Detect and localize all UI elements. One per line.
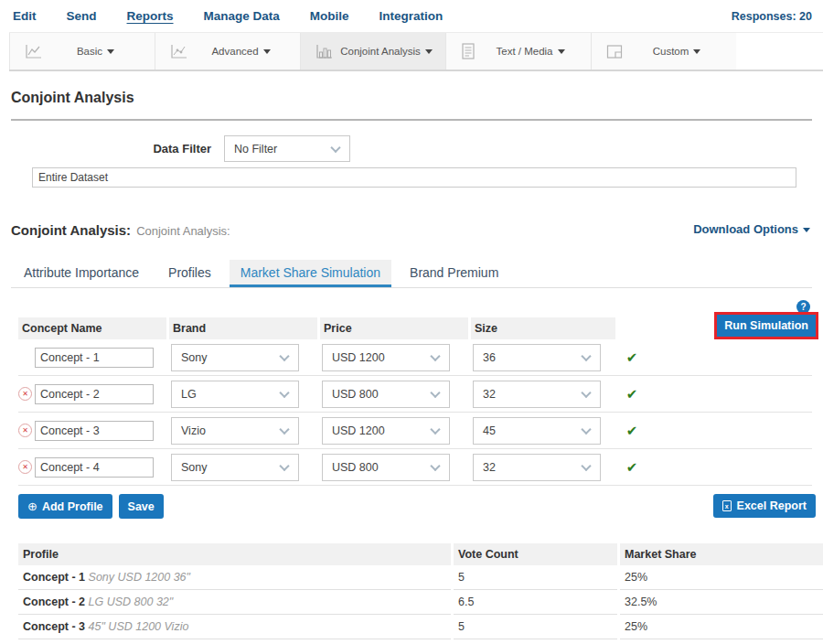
remove-concept-icon[interactable]: ✕ <box>18 460 32 474</box>
profile-name: Concept - 2 <box>23 596 85 608</box>
price-select[interactable]: USD 1200 <box>322 344 450 371</box>
tab-brand-premium[interactable]: Brand Premium <box>399 260 509 287</box>
nav-item-manage-data[interactable]: Manage Data <box>204 9 280 23</box>
chevron-down-icon <box>581 387 591 397</box>
report-tab-label: Basic <box>77 46 102 57</box>
section-subtitle: Conjoint Analysis: <box>136 224 230 238</box>
size-select[interactable]: 32 <box>473 381 601 408</box>
size-value: 32 <box>483 461 496 474</box>
brand-select[interactable]: LG <box>171 381 299 408</box>
excel-report-button[interactable]: x Excel Report <box>713 494 816 518</box>
result-vote-count: 5 <box>454 565 617 590</box>
concept-row: ✕ LG USD 800 32 ✔ <box>18 376 812 413</box>
size-select[interactable]: 32 <box>473 454 601 481</box>
help-row: ? <box>11 297 810 314</box>
help-icon[interactable]: ? <box>796 300 810 314</box>
report-tab-custom[interactable]: Custom <box>591 33 736 70</box>
concept-name-input[interactable] <box>35 421 154 441</box>
report-tab-text-media[interactable]: Text / Media <box>445 33 591 70</box>
chevron-down-icon <box>430 350 440 360</box>
concept-name-input[interactable] <box>35 384 154 404</box>
spreadsheet-file-icon: x <box>722 500 732 511</box>
nav-item-edit[interactable]: Edit <box>13 9 37 23</box>
remove-concept-icon[interactable]: ✕ <box>18 424 32 437</box>
report-subtabs: Attribute Importance Profiles Market Sha… <box>11 260 812 288</box>
data-filter-select[interactable]: No Filter <box>224 135 350 162</box>
tab-profiles[interactable]: Profiles <box>157 260 222 287</box>
chevron-down-icon <box>279 350 289 360</box>
valid-check-icon: ✔ <box>618 459 646 476</box>
profile-name: Concept - 3 <box>23 620 85 633</box>
chevron-down-icon <box>581 460 591 470</box>
line-chart-icon <box>25 44 42 59</box>
add-profile-button[interactable]: ⊕ Add Profile <box>18 494 112 519</box>
nav-item-mobile[interactable]: Mobile <box>310 9 349 23</box>
top-nav: Edit Send Reports Manage Data Mobile Int… <box>0 0 823 32</box>
chevron-down-icon <box>803 228 810 232</box>
chevron-down-icon <box>693 49 700 54</box>
dataset-input[interactable] <box>32 167 796 188</box>
results-body: Concept - 1 Sony USD 1200 36" 5 25% Conc… <box>18 565 812 644</box>
concept-row: Sony USD 1200 36 ✔ <box>18 339 812 376</box>
result-profile: Concept - 3 45" USD 1200 Vizio <box>18 615 451 639</box>
column-header-market-share: Market Share <box>620 543 823 565</box>
remove-concept-icon[interactable]: ✕ <box>18 387 32 401</box>
excel-report-label: Excel Report <box>737 499 807 512</box>
concept-name-input[interactable] <box>35 348 154 368</box>
nav-item-integration[interactable]: Integration <box>379 9 444 23</box>
size-select[interactable]: 36 <box>473 344 601 371</box>
chevron-down-icon <box>263 49 271 54</box>
run-simulation-button[interactable]: Run Simulation <box>717 315 816 337</box>
price-select[interactable]: USD 800 <box>322 381 450 408</box>
chevron-down-icon <box>279 460 289 470</box>
column-header-vote-count: Vote Count <box>454 543 617 565</box>
chevron-down-icon <box>581 350 591 360</box>
profile-description: LG USD 800 32" <box>89 596 174 608</box>
download-options-label: Download Options <box>693 222 798 236</box>
column-header-size: Size <box>471 317 615 339</box>
valid-check-icon: ✔ <box>618 386 646 402</box>
nav-item-reports[interactable]: Reports <box>127 9 174 23</box>
result-vote-count: 6.5 <box>454 590 617 615</box>
size-value: 45 <box>483 424 496 437</box>
concept-row: ✕ Vizio USD 1200 45 ✔ <box>18 413 812 449</box>
document-icon <box>461 43 476 59</box>
download-options-button[interactable]: Download Options <box>693 222 810 236</box>
tab-market-share-simulation[interactable]: Market Share Simulation <box>230 260 391 287</box>
column-header-price: Price <box>320 317 468 339</box>
brand-value: Sony <box>181 351 208 364</box>
result-profile: Concept - 4 Sony USD 800 32" <box>18 639 451 644</box>
size-select[interactable]: 45 <box>473 417 601 445</box>
simulation-table: Concept Name Brand Price Size Run Simula… <box>18 317 812 486</box>
brand-select[interactable]: Sony <box>171 344 299 371</box>
result-vote-count: 3.5 <box>454 639 617 644</box>
result-market-share: 32.5% <box>620 590 823 615</box>
plus-circle-icon: ⊕ <box>27 499 37 513</box>
nav-item-send[interactable]: Send <box>67 9 97 23</box>
result-market-share: 25% <box>620 615 823 639</box>
chevron-down-icon <box>279 424 289 434</box>
report-tab-advanced[interactable]: Advanced <box>155 33 300 70</box>
divider <box>11 119 812 121</box>
price-value: USD 1200 <box>332 351 385 364</box>
report-tab-label: Text / Media <box>497 46 553 57</box>
column-header-profile: Profile <box>18 543 451 565</box>
profile-description: Sony USD 1200 36" <box>89 571 190 584</box>
simulation-header-row: Concept Name Brand Price Size <box>18 317 812 339</box>
concept-name-input[interactable] <box>35 457 154 478</box>
price-select[interactable]: USD 800 <box>322 454 450 481</box>
chevron-down-icon <box>425 49 433 54</box>
brand-select[interactable]: Vizio <box>171 417 299 445</box>
report-tab-label: Conjoint Analysis <box>340 46 421 57</box>
actions-row: ⊕ Add Profile Save x Excel Report <box>18 494 812 519</box>
result-market-share: 17.5% <box>620 639 823 644</box>
report-tab-basic[interactable]: Basic <box>9 33 155 70</box>
brand-select[interactable]: Sony <box>171 454 299 481</box>
result-profile: Concept - 2 LG USD 800 32" <box>18 590 451 615</box>
price-value: USD 800 <box>332 461 379 474</box>
tab-attribute-importance[interactable]: Attribute Importance <box>13 260 150 287</box>
report-tab-conjoint-analysis[interactable]: Conjoint Analysis <box>300 33 445 70</box>
price-select[interactable]: USD 1200 <box>322 417 450 445</box>
save-button[interactable]: Save <box>119 494 164 519</box>
scatter-line-chart-icon <box>170 44 187 59</box>
